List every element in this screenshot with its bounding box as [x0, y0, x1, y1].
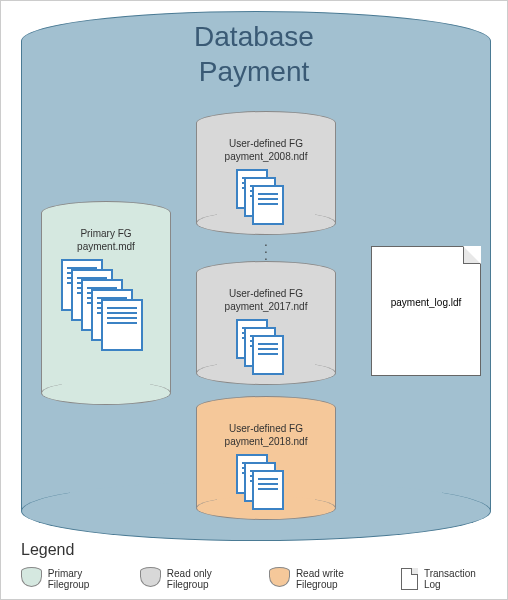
files-icon — [236, 319, 296, 379]
cylinder-icon — [140, 567, 161, 591]
fg2008-label2: payment_2008.ndf — [197, 150, 335, 163]
diagram-canvas: Database Payment Primary FG payment.mdf … — [1, 1, 507, 599]
vertical-ellipsis: ... — [261, 239, 271, 261]
fg2008-label1: User-defined FG — [197, 137, 335, 150]
cylinder-icon — [269, 567, 290, 591]
fg2018-label1: User-defined FG — [197, 422, 335, 435]
filegroup-2008: User-defined FG payment_2008.ndf — [196, 111, 336, 235]
legend-readonly: Read only Filegroup — [140, 567, 251, 591]
document-icon — [401, 568, 418, 590]
fg2018-label2: payment_2018.ndf — [197, 435, 335, 448]
legend-title: Legend — [21, 541, 491, 559]
primary-label1: Primary FG — [42, 227, 170, 240]
legend: Legend Primary Filegroup Read only Fileg… — [21, 541, 491, 591]
files-icon — [61, 259, 151, 369]
title-line2: Payment — [1, 56, 507, 88]
fg2017-label1: User-defined FG — [197, 287, 335, 300]
title-line1: Database — [1, 21, 507, 53]
filegroup-2017: User-defined FG payment_2017.ndf — [196, 261, 336, 385]
files-icon — [236, 169, 296, 229]
legend-primary: Primary Filegroup — [21, 567, 122, 591]
filegroup-2018: User-defined FG payment_2018.ndf — [196, 396, 336, 520]
legend-tlog: Transaction Log — [401, 568, 491, 590]
log-label: payment_log.ldf — [372, 297, 480, 308]
primary-label2: payment.mdf — [42, 240, 170, 253]
cylinder-icon — [21, 567, 42, 591]
transaction-log-file: payment_log.ldf — [371, 246, 481, 376]
files-icon — [236, 454, 296, 514]
primary-filegroup: Primary FG payment.mdf — [41, 201, 171, 405]
dog-ear-icon — [463, 246, 481, 264]
fg2017-label2: payment_2017.ndf — [197, 300, 335, 313]
legend-readwrite: Read write Filegroup — [269, 567, 383, 591]
